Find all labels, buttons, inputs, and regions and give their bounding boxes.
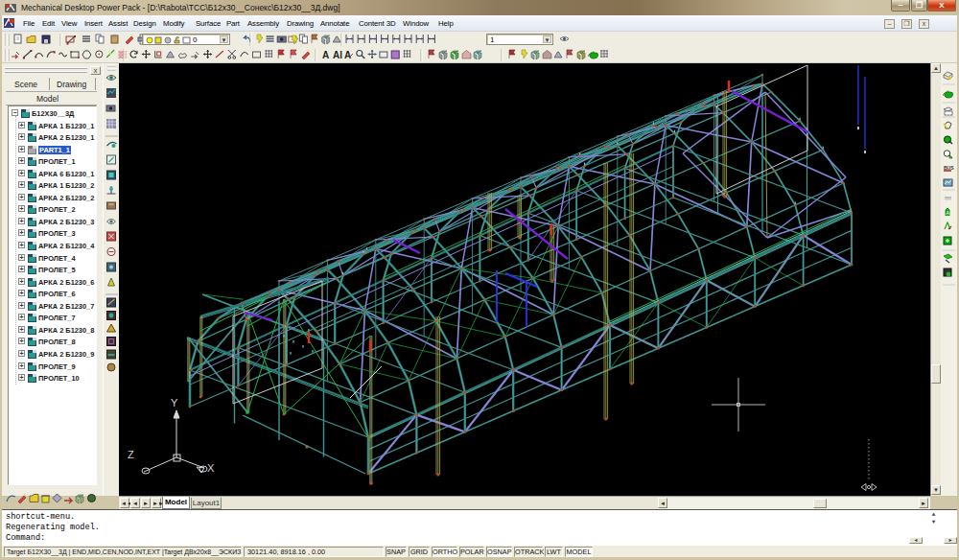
svg-text:A: A bbox=[344, 50, 351, 60]
svg-text:A: A bbox=[322, 50, 329, 60]
svg-text:BUS: BUS bbox=[944, 165, 954, 171]
svg-text:X: X bbox=[207, 462, 215, 474]
svg-text:A: A bbox=[946, 210, 949, 216]
svg-text:Z: Z bbox=[128, 449, 134, 460]
svg-text:Al: Al bbox=[333, 50, 342, 60]
svg-text:Y: Y bbox=[171, 397, 178, 408]
